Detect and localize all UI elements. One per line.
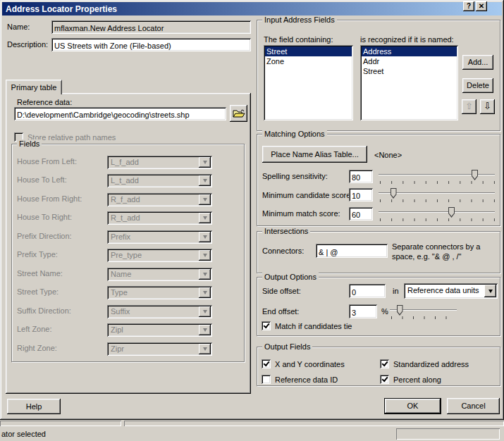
move-down-button[interactable]: ⇩ [480, 99, 495, 114]
end-offset-field[interactable] [349, 304, 377, 318]
list-item-addr[interactable]: Addr [362, 56, 457, 66]
field-row-label: Right Zone: [17, 344, 57, 352]
standardized-address-checkbox[interactable] [380, 359, 389, 368]
combo-value: Suffix [111, 307, 130, 316]
close-icon: ✕ [479, 2, 484, 10]
slider-ticks [380, 199, 495, 202]
field-row-label: House To Left: [17, 175, 67, 184]
help-icon: ? [467, 2, 471, 10]
end-offset-percent-label: % [381, 307, 388, 316]
field-combo-left-zone: Zipl [107, 323, 212, 337]
field-combo-house-to-right: R_t_add [107, 211, 212, 225]
combo-value: R_t_add [111, 213, 140, 222]
field-combo-suffix-direction: Suffix [107, 305, 212, 318]
xy-coordinates-label: X and Y coordinates [275, 360, 345, 368]
name-label: Name: [7, 23, 30, 31]
move-up-button: ⇧ [462, 99, 477, 114]
slider-thumb[interactable] [448, 207, 455, 218]
minimum-candidate-score-slider[interactable] [379, 187, 495, 203]
place-name-alias-table-label: Place Name Alias Table... [271, 150, 359, 159]
tab-primary-table-label: Primary table [11, 83, 57, 92]
cancel-button[interactable]: Cancel [447, 398, 500, 414]
combo-value: Pre_type [111, 251, 142, 259]
spelling-sensitivity-slider[interactable] [379, 169, 495, 185]
add-button[interactable]: Add... [462, 55, 493, 70]
reference-data-id-checkbox[interactable] [262, 375, 271, 384]
slider-thumb[interactable] [397, 305, 403, 316]
side-offset-units-dropdown[interactable]: Reference data units [404, 283, 498, 299]
window-title: Address Locator Properties [2, 4, 117, 14]
context-help-button[interactable]: ? [463, 1, 474, 11]
open-folder-icon [233, 108, 245, 118]
field-containing-list[interactable]: Street Zone [264, 45, 353, 120]
status-bar: ator selected [0, 426, 504, 441]
status-bar-text: ator selected [1, 430, 46, 438]
list-item-street-alias[interactable]: Street [362, 66, 457, 76]
slider-thumb[interactable] [472, 170, 478, 180]
dropdown-arrow-icon [199, 287, 211, 298]
percent-along-label: Percent along [393, 375, 441, 384]
dropdown-arrow-icon [199, 344, 211, 354]
dropdown-arrow-icon [199, 325, 211, 335]
spelling-sensitivity-field[interactable] [349, 170, 373, 183]
screen: Address Locator Properties ? ✕ Name: Des… [0, 0, 504, 441]
match-if-candidates-tie-checkbox[interactable] [262, 321, 271, 330]
end-offset-label: End offset: [262, 307, 299, 316]
place-name-alias-table-button[interactable]: Place Name Alias Table... [262, 146, 367, 163]
combo-value: L_f_add [111, 158, 139, 166]
xy-coordinates-checkbox[interactable] [262, 359, 271, 368]
list-item-zone[interactable]: Zone [265, 56, 352, 66]
name-field[interactable] [51, 20, 251, 34]
description-field[interactable] [51, 38, 251, 51]
dropdown-arrow-icon[interactable] [484, 285, 496, 297]
field-row-label: Street Type: [17, 287, 59, 296]
minimum-match-score-label: Minimum match score: [262, 209, 340, 218]
combo-value: Type [111, 288, 128, 297]
close-button[interactable]: ✕ [476, 1, 487, 11]
combo-value: Prefix [111, 232, 130, 241]
dropdown-arrow-icon [199, 306, 211, 317]
minimum-match-score-slider[interactable] [379, 206, 495, 222]
connectors-note-line2: space, e.g. "& @ , /" [392, 252, 461, 261]
combo-value: L_t_add [111, 176, 139, 185]
field-combo-street-name: Name [107, 268, 212, 281]
help-button[interactable]: Help [7, 399, 61, 414]
field-row-label: Left Zone: [17, 325, 52, 333]
recognized-names-list[interactable]: Address Addr Street [360, 45, 458, 120]
browse-reference-data-button[interactable] [230, 105, 247, 122]
list-item-street[interactable]: Street [265, 46, 352, 56]
output-options-group-label: Output Options [262, 273, 319, 281]
intersections-group-label: Intersections [262, 227, 310, 235]
side-offset-field[interactable] [349, 284, 386, 298]
list-item-address[interactable]: Address [362, 46, 457, 56]
connectors-note-line1: Separate connectors by a [392, 242, 480, 251]
match-if-candidates-tie-label: Match if candidates tie [275, 322, 352, 330]
title-bar[interactable]: Address Locator Properties [2, 2, 502, 15]
end-offset-slider[interactable] [390, 304, 457, 320]
percent-along-checkbox[interactable] [380, 375, 389, 384]
add-button-label: Add... [468, 58, 488, 66]
field-row-label: Street Name: [17, 269, 63, 278]
field-combo-house-from-left: L_f_add [107, 156, 212, 169]
reference-data-id-label: Reference data ID [275, 375, 338, 384]
delete-button-label: Delete [467, 81, 489, 89]
dropdown-arrow-icon [199, 157, 211, 168]
ok-button[interactable]: OK [384, 398, 441, 414]
dropdown-arrow-icon [199, 250, 211, 261]
delete-button[interactable]: Delete [462, 78, 493, 93]
minimum-match-score-field[interactable] [349, 207, 373, 220]
side-offset-units-value: Reference data units [407, 286, 479, 294]
slider-thumb[interactable] [391, 188, 397, 199]
field-row-label: Suffix Direction: [17, 306, 71, 315]
output-fields-group-label: Output Fields [262, 342, 312, 351]
ok-button-label: OK [407, 402, 419, 410]
connectors-field[interactable] [316, 244, 388, 258]
minimum-candidate-score-label: Minimum candidate score: [262, 191, 352, 199]
slider-ticks [380, 218, 495, 221]
field-row-label: House From Left: [17, 157, 77, 166]
reference-data-field[interactable] [14, 107, 226, 120]
background-toolbar-strip [124, 421, 504, 426]
slider-ticks [380, 181, 495, 184]
tab-primary-table[interactable]: Primary table [6, 80, 62, 94]
minimum-candidate-score-field[interactable] [349, 188, 373, 201]
